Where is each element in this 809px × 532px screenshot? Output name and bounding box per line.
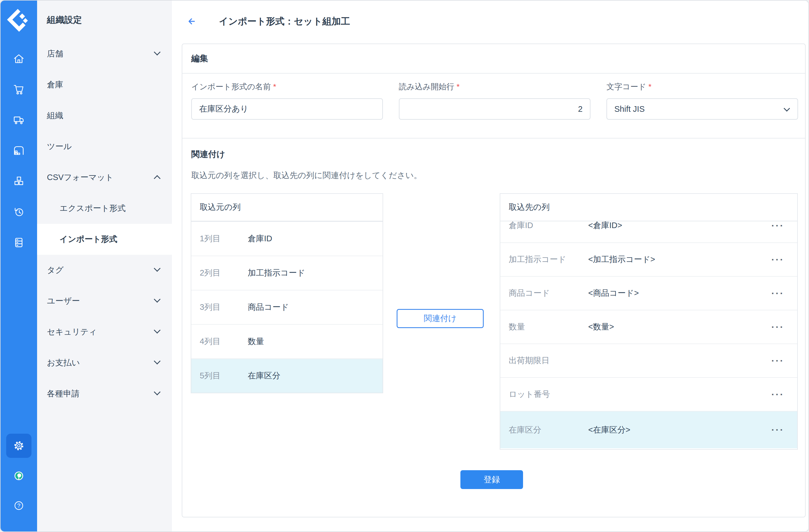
sidebar-item-export-format[interactable]: エクスポート形式: [37, 193, 172, 224]
source-columns-table: 取込元の列 1列目 倉庫ID 2列目 加工指示コード 3列目 商品コード 4列目…: [191, 193, 383, 393]
row-overflow-menu-icon[interactable]: ···: [771, 389, 784, 400]
gear-icon: [12, 439, 25, 452]
warehouse-icon[interactable]: [12, 144, 25, 157]
sidebar-item-warehouse[interactable]: 倉庫: [37, 69, 172, 100]
input-value: 在庫区分あり: [199, 103, 248, 115]
icon-rail: ?: [1, 1, 37, 531]
home-icon[interactable]: [12, 52, 25, 65]
sidebar-item-label: タグ: [47, 264, 64, 276]
start-row-input[interactable]: 2: [399, 98, 590, 120]
sidebar-item-tools[interactable]: ツール: [37, 131, 172, 162]
column-index: 3列目: [200, 302, 248, 313]
target-row[interactable]: 倉庫ID <倉庫ID> ···: [500, 221, 797, 242]
sidebar-item-label: ツール: [47, 141, 72, 152]
support-status-icon[interactable]: [12, 469, 25, 482]
target-columns-table: 取込先の列 倉庫ID <倉庫ID> ··· 加工指示コード <加工指示コード> …: [500, 193, 798, 450]
row-overflow-menu-icon[interactable]: ···: [771, 254, 784, 265]
column-index: 2列目: [200, 268, 248, 279]
target-row[interactable]: 出荷期限日 ···: [500, 344, 797, 377]
required-asterisk: *: [648, 82, 651, 91]
column-name: 数量: [248, 336, 264, 347]
charset-select[interactable]: Shift JIS: [606, 98, 798, 120]
mapped-source-value: <在庫区分>: [588, 425, 771, 436]
target-row[interactable]: ロット番号 ···: [500, 377, 797, 411]
sidebar-item-security[interactable]: セキュリティ: [37, 316, 172, 347]
sidebar-item-label: ユーザー: [47, 295, 80, 307]
sidebar-item-import-format[interactable]: インポート形式: [37, 224, 172, 255]
edit-card: 編集 インポート形式の名前* 在庫区分あり 読み込み開始行* 2: [182, 44, 806, 517]
back-arrow-icon[interactable]: [186, 15, 198, 28]
target-table-header: 取込先の列: [500, 194, 797, 221]
target-column-label: 数量: [509, 321, 588, 332]
source-row[interactable]: 1列目 倉庫ID: [191, 221, 383, 256]
register-button[interactable]: 登録: [460, 470, 523, 489]
sidebar-item-label: セキュリティ: [47, 326, 97, 338]
sidebar-item-csv-format[interactable]: CSVフォーマット: [37, 162, 172, 193]
sidebar-title: 組織設定: [47, 14, 82, 26]
row-overflow-menu-icon[interactable]: ···: [771, 221, 784, 231]
charset-field: 文字コード* Shift JIS: [606, 82, 798, 120]
mapping-section-title: 関連付け: [191, 149, 225, 160]
target-row[interactable]: 数量 <数量> ···: [500, 310, 797, 344]
section-divider: [182, 138, 805, 138]
row-overflow-menu-icon[interactable]: ···: [771, 425, 784, 435]
settings-active-tile[interactable]: [6, 434, 32, 458]
sidebar-item-applications[interactable]: 各種申請: [37, 378, 172, 409]
target-row[interactable]: 加工指示コード <加工指示コード> ···: [500, 242, 797, 276]
target-column-label: ロット番号: [509, 389, 588, 400]
main-content: インポート形式：セット組加工 編集 インポート形式の名前* 在庫区分あり 読み込…: [172, 1, 808, 531]
chevron-down-icon: [154, 358, 160, 364]
field-label-text: 読み込み開始行: [399, 82, 454, 91]
row-overflow-menu-icon[interactable]: ···: [771, 288, 784, 299]
target-row[interactable]: 商品コード <商品コード> ···: [500, 276, 797, 310]
required-asterisk: *: [457, 82, 460, 91]
map-button[interactable]: 関連付け: [397, 309, 484, 328]
target-column-label: 加工指示コード: [509, 254, 588, 265]
sidebar-item-users[interactable]: ユーザー: [37, 286, 172, 316]
sidebar-item-organization[interactable]: 組織: [37, 100, 172, 131]
chevron-down-icon: [784, 105, 790, 112]
column-index: 5列目: [200, 370, 248, 381]
history-clock-icon[interactable]: [12, 205, 25, 218]
mapped-source-value: <倉庫ID>: [588, 221, 771, 231]
mapped-source-value: <数量>: [588, 321, 771, 332]
target-column-label: 出荷期限日: [509, 355, 588, 366]
cart-icon[interactable]: [12, 83, 25, 96]
field-label-text: インポート形式の名前: [191, 82, 271, 91]
target-row-selected[interactable]: 在庫区分 <在庫区分> ···: [500, 411, 797, 448]
boxes-icon[interactable]: [12, 175, 25, 188]
import-format-name-input[interactable]: 在庫区分あり: [191, 98, 383, 120]
sidebar-item-label: お支払い: [47, 357, 80, 368]
sidebar-item-tags[interactable]: タグ: [37, 255, 172, 286]
field-label: 読み込み開始行*: [399, 82, 590, 92]
source-row-selected[interactable]: 5列目 在庫区分: [191, 358, 383, 393]
mapped-source-value: <商品コード>: [588, 288, 771, 299]
sidebar-item-payment[interactable]: お支払い: [37, 347, 172, 378]
target-column-label: 倉庫ID: [509, 221, 588, 231]
source-row[interactable]: 3列目 商品コード: [191, 290, 383, 324]
edit-section-title: 編集: [182, 44, 805, 73]
database-icon[interactable]: [12, 236, 25, 249]
sidebar-item-store[interactable]: 店舗: [37, 38, 172, 69]
field-label: インポート形式の名前*: [191, 82, 383, 92]
source-row[interactable]: 2列目 加工指示コード: [191, 256, 383, 290]
chevron-up-icon: [154, 175, 160, 182]
brand-logo-icon[interactable]: [7, 8, 31, 32]
column-index: 1列目: [200, 233, 248, 244]
mapped-source-value: <加工指示コード>: [588, 254, 771, 265]
required-asterisk: *: [273, 82, 276, 91]
sidebar-item-label: 倉庫: [47, 79, 63, 90]
sidebar-item-label: 各種申請: [47, 388, 80, 399]
row-overflow-menu-icon[interactable]: ···: [771, 355, 784, 366]
row-overflow-menu-icon[interactable]: ···: [771, 322, 784, 332]
chevron-down-icon: [154, 327, 160, 333]
page-title: インポート形式：セット組加工: [219, 15, 350, 28]
input-value: 2: [578, 104, 583, 114]
source-row[interactable]: 4列目 数量: [191, 324, 383, 358]
select-value: Shift JIS: [614, 104, 645, 114]
target-table-body[interactable]: 倉庫ID <倉庫ID> ··· 加工指示コード <加工指示コード> ··· 商品…: [500, 221, 797, 449]
truck-icon[interactable]: [12, 114, 25, 126]
help-icon[interactable]: ?: [12, 499, 25, 512]
settings-menu: 店舗 倉庫 組織 ツール CSVフォーマット エクスポート形式 インポート形式: [37, 38, 172, 409]
sidebar-item-label: エクスポート形式: [59, 203, 125, 214]
